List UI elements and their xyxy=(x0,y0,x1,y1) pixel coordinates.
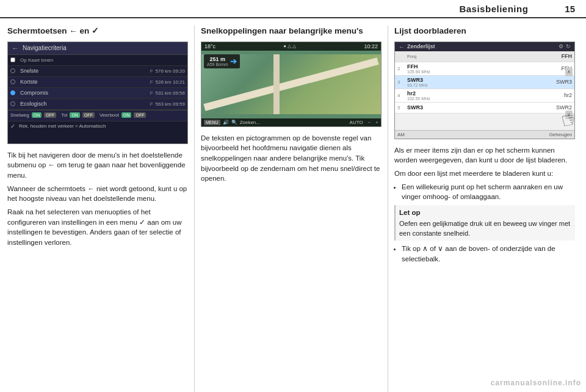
toggle-veerboot-label: Veerboot xyxy=(99,112,119,118)
radio-list-row-1: 2 FFH 105.90 MHz FFH xyxy=(395,62,574,76)
map-bottom-bar: MENU 🔊 🔍 Zoeken... AUTO − + xyxy=(201,118,381,126)
radio-col-ffh-header: FFH xyxy=(554,53,572,59)
column-right: Lijst doorbladeren ← Zenderlijst ⚙ ↻ xyxy=(388,26,580,392)
radio-refresh-icon: ↻ xyxy=(566,43,571,49)
left-para-1: Tik bij het navigeren door de menu's in … xyxy=(7,150,188,181)
map-minus-icon[interactable]: − xyxy=(368,120,371,125)
radio-back-icon: ← xyxy=(399,43,405,50)
nav-controls: Snelweg ON OFF Tol ON OFF Veerboot ON OF… xyxy=(8,110,187,121)
header-bar: Basisbeliening 15 xyxy=(0,0,586,18)
toggle-tol-on[interactable]: ON xyxy=(70,112,80,118)
radio-num-3: 3 xyxy=(397,79,407,85)
right-bullet-list-2: Tik op ∧ of ∨ aan de boven- of onderzijd… xyxy=(402,244,575,264)
right-screenshot: ← Zenderlijst ⚙ ↻ Freq FFH xyxy=(394,42,575,139)
toggle-veerboot-off[interactable]: OFF xyxy=(134,112,146,118)
map-top-bar: 18°c ● △ △ 10:22 xyxy=(201,42,381,51)
radio-memory-button[interactable]: Geheugen xyxy=(549,132,572,137)
nav-radio-kortste xyxy=(10,79,15,84)
radio-icons-bar: ⚙ ↻ xyxy=(559,43,571,49)
radio-freq-hr2: 102.50 MHz xyxy=(407,96,554,101)
nav-time-compromis: 531 km 09:56 xyxy=(156,90,185,96)
radio-am-button[interactable]: AM xyxy=(397,132,405,137)
right-para-1: Als er meer items zijn dan er op het sch… xyxy=(394,145,575,165)
map-distance: 251 m xyxy=(210,56,226,62)
right-body-text: Als er meer items zijn dan er op het sch… xyxy=(394,145,575,264)
nav-radio-snelste xyxy=(10,68,15,73)
toggle-row: Snelweg ON OFF Tol ON OFF Veerboot ON OF… xyxy=(10,112,185,118)
radio-num-4: 4 xyxy=(397,93,407,98)
radio-num-2: 2 xyxy=(397,66,407,71)
nav-row-ecologisch: Ecologisch F 563 km 09:59 xyxy=(8,99,187,110)
right-para-2: Om door een lijst met meerdere te blader… xyxy=(394,169,575,179)
map-status-icons: ● △ △ xyxy=(283,43,296,49)
left-column-title: Schermtoetsen ← en ✓ xyxy=(7,26,188,37)
nav-bottom: ✓ Rek. houden met verkeer = Automatisch xyxy=(8,121,187,131)
kaart-checkbox[interactable] xyxy=(10,57,15,62)
toggle-snelweg-off[interactable]: OFF xyxy=(44,112,56,118)
toggle-snelweg-label: Snelweg xyxy=(10,112,29,118)
radio-name-ffh: FFH xyxy=(407,64,554,70)
header-title: Basisbeliening xyxy=(459,4,528,14)
note-box: Let op Oefen een gelijkmatige druk uit e… xyxy=(394,205,575,241)
page-container: Basisbeliening 15 Schermtoetsen ← en ✓ ←… xyxy=(0,0,586,392)
column-left: Schermtoetsen ← en ✓ ← Navigatiecriteria… xyxy=(6,26,195,392)
right-bullet-2: Tik op ∧ of ∨ aan de boven- of onderzijd… xyxy=(402,244,575,264)
nav-kaart-label: Op Kaart tonen xyxy=(18,57,185,63)
radio-info-ffh: FFH 105.90 MHz xyxy=(407,64,554,74)
radio-col-freq: Freq xyxy=(407,54,438,59)
map-screen: 18°c ● △ △ 10:22 251 m A59 Bomm ➔ xyxy=(201,42,381,126)
map-search-label[interactable]: Zoeken... xyxy=(240,120,260,125)
radio-info-swr3: SWR3 93.72 MHz xyxy=(407,77,554,87)
left-para-3: Raak na het selecteren van menuopties of… xyxy=(7,207,188,248)
radio-name-swr3: SWR3 xyxy=(407,77,554,83)
map-road-name: A59 Bomm xyxy=(207,62,228,67)
map-time: 10:22 xyxy=(364,43,378,49)
nav-back-arrow-icon: ← xyxy=(12,44,19,53)
map-plus-icon[interactable]: + xyxy=(375,120,378,125)
map-menu-button[interactable]: MENU xyxy=(204,120,220,125)
radio-bottom-bar: AM Geheugen xyxy=(395,130,574,139)
radio-scroll-up-button[interactable]: ∧ xyxy=(565,68,573,76)
nav-row-kortste: Kortste F 526 km 10:21 xyxy=(8,77,187,88)
note-text: Oefen een gelijkmatige druk uit en bewee… xyxy=(399,220,570,237)
radio-name-hr2: hr2 xyxy=(407,90,554,96)
nav-flag-compromis: F xyxy=(150,90,153,96)
mid-para-1: De teksten en pictogrammen op de bovenst… xyxy=(201,133,382,184)
radio-scroll-down-button[interactable]: ∨ xyxy=(565,111,573,119)
nav-time-snelste: 576 km 09:20 xyxy=(156,68,185,74)
checkmark-icon: ✓ xyxy=(10,123,15,129)
nav-radio-compromis xyxy=(10,90,15,95)
toggle-snelweg-on[interactable]: ON xyxy=(32,112,42,118)
radio-num-5: 5 xyxy=(397,105,407,111)
map-instruction-box: 251 m A59 Bomm ➔ xyxy=(204,54,240,68)
nav-time-ecologisch: 563 km 09:59 xyxy=(156,101,185,107)
mid-column-title: Snelkoppelingen naar belangrijke menu's xyxy=(201,26,382,37)
radio-info-hr2: hr2 102.50 MHz xyxy=(407,90,554,101)
radio-settings-icon: ⚙ xyxy=(559,43,563,49)
right-column-title: Lijst doorbladeren xyxy=(394,26,575,37)
radio-freq-swr3: 93.72 MHz xyxy=(407,83,554,87)
left-body-text: Tik bij het navigeren door de menu's in … xyxy=(7,150,188,248)
map-auto-label: AUTO xyxy=(350,120,363,125)
radio-header: ← Zenderlijst ⚙ ↻ xyxy=(395,42,574,51)
right-bullet-1: Een willekeurig punt op het scherm aanra… xyxy=(402,182,575,202)
radio-list-header: Freq FFH xyxy=(395,51,574,62)
nav-time-kortste: 526 km 10:21 xyxy=(156,79,185,85)
nav-row-snelste: Snelste F 576 km 09:20 xyxy=(8,66,187,77)
radio-screen: ← Zenderlijst ⚙ ↻ Freq FFH xyxy=(395,42,574,139)
toggle-tol-off[interactable]: OFF xyxy=(82,112,95,118)
nav-label-kortste: Kortste xyxy=(18,79,150,85)
watermark: carmanualsonline.info xyxy=(491,379,581,387)
header-page-number: 15 xyxy=(565,4,575,14)
nav-flag-ecologisch: F xyxy=(150,101,153,107)
map-turn-arrow-icon: ➔ xyxy=(230,57,237,66)
toggle-veerboot-on[interactable]: ON xyxy=(121,112,132,118)
map-search-icon: 🔍 xyxy=(231,120,237,125)
nav-bottom-text: Rek. houden met verkeer = Automatisch xyxy=(19,123,106,129)
radio-info-swr3-2: SWR3 xyxy=(407,104,554,111)
map-distance-block: 251 m A59 Bomm xyxy=(207,56,228,67)
nav-flag-kortste: F xyxy=(150,79,153,85)
nav-flag-snelste: F xyxy=(150,68,153,74)
nav-radio-ecologisch xyxy=(10,101,15,106)
radio-list-row-3: 4 hr2 102.50 MHz hr2 xyxy=(395,89,574,103)
